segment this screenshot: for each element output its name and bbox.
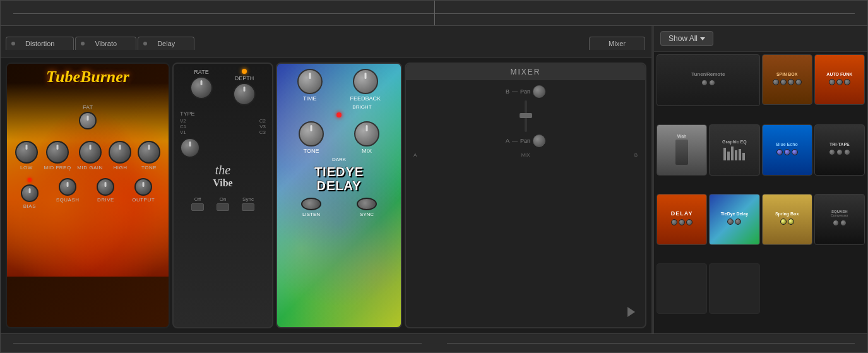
rate-label: RATE: [194, 69, 208, 75]
browser-item-spinbox[interactable]: SPIN BOX: [762, 54, 812, 105]
depth-label: DEPTH: [235, 75, 254, 81]
browser-item-tiedye2[interactable]: TieDye Delay: [709, 194, 759, 244]
browser-item-autopan[interactable]: AUTO FUNK: [814, 54, 865, 105]
depth-knob[interactable]: [233, 83, 256, 105]
play-button[interactable]: [627, 307, 635, 317]
tab-distortion[interactable]: Distortion: [6, 37, 74, 50]
sync-footswitch[interactable]: [357, 198, 377, 210]
type-label: TYPE: [180, 111, 266, 117]
high-knob[interactable]: [109, 141, 131, 164]
bias-knob[interactable]: [21, 184, 39, 202]
tiedye-title-text2: DELAY: [277, 179, 401, 193]
tab-delay[interactable]: Delay: [138, 37, 194, 50]
pan-label-b: Pan: [520, 88, 530, 95]
tone-knob[interactable]: [138, 141, 160, 164]
fat-knob[interactable]: [79, 112, 97, 129]
main-area: Distortion Vibrato Delay Mixer TubeBurne…: [0, 25, 868, 334]
fat-label: FAT: [83, 104, 93, 111]
browser-panel: Show All Tuner/Remote SPIN BOX: [653, 26, 867, 333]
tab-vibrato[interactable]: Vibrato: [75, 37, 136, 50]
fader-handle-b[interactable]: [520, 113, 532, 118]
on-label: On: [220, 196, 227, 202]
tone-delay-label: TONE: [304, 148, 319, 154]
browser-item-squash[interactable]: SQUASH Compressor: [814, 194, 865, 244]
pan-knob-a[interactable]: [533, 135, 545, 147]
time-knob[interactable]: [297, 69, 323, 94]
mid-gain-label: MID GAIN: [77, 165, 102, 171]
pan-knob-b[interactable]: [533, 85, 545, 98]
type-knob[interactable]: [180, 138, 200, 158]
mix-a-label: A: [413, 152, 417, 158]
squash-knob[interactable]: [59, 178, 76, 196]
browser-item-blank1: [657, 263, 707, 314]
low-label: LOW: [20, 165, 33, 171]
vibe-vibe-text: Vibe: [174, 177, 272, 189]
mid-freq-knob[interactable]: [46, 141, 69, 164]
pedalboard: Distortion Vibrato Delay Mixer TubeBurne…: [1, 26, 653, 333]
browser-item-graphiceq[interactable]: Graphic EQ: [709, 124, 759, 175]
tab-mixer[interactable]: Mixer: [589, 37, 645, 50]
time-label: TIME: [303, 95, 317, 102]
mid-freq-label: MID FREQ: [44, 165, 71, 171]
vibe-the-text: the: [174, 163, 272, 177]
tone-delay-knob[interactable]: [299, 121, 324, 147]
browser-item-blueecho[interactable]: Blue Echo: [762, 124, 812, 175]
bias-label: BIAS: [23, 203, 36, 209]
browser-item-wah[interactable]: Wah: [657, 124, 707, 175]
sync-label-vibe: Sync: [242, 196, 254, 202]
high-label: HIGH: [113, 165, 127, 171]
channel-b-label: B: [506, 88, 509, 95]
rate-knob[interactable]: [190, 76, 213, 99]
output-knob[interactable]: [134, 178, 152, 196]
low-knob[interactable]: [15, 141, 38, 164]
tiedye-delay-pedal: TIME FEEDBACK BRIGHT: [276, 63, 402, 328]
off-label: Off: [194, 196, 201, 202]
mix-b-label: B: [634, 152, 638, 158]
pan-label-a: Pan: [520, 138, 530, 144]
mix-label-delay: MIX: [362, 148, 372, 154]
vibe-pedal: RATE DEPTH TYPE V2C2 C1V3: [172, 63, 273, 328]
browser-item-delay[interactable]: DELAY: [657, 194, 707, 244]
browser-header: Show All: [654, 26, 867, 52]
pedalboard-tabs: Distortion Vibrato Delay Mixer: [1, 26, 651, 57]
off-switch[interactable]: [191, 203, 204, 211]
squash-label: SQUASH: [56, 197, 80, 203]
browser-item-tuner[interactable]: Tuner/Remote: [657, 54, 760, 106]
top-bar: [0, 0, 868, 25]
mixer-title: MIXER: [406, 64, 645, 80]
mixer-pedal: MIXER B — Pan: [405, 63, 646, 328]
output-label: OUTPUT: [132, 197, 155, 203]
browser-item-blank2: [709, 263, 759, 314]
channel-a-label: A: [506, 138, 509, 144]
pedals-row: TubeBurner FAT LOW MID FREQ: [1, 57, 651, 333]
browser-item-tritape[interactable]: TRI-TAPE: [814, 124, 865, 175]
sync-switch[interactable]: [242, 203, 254, 211]
tube-burner-pedal: TubeBurner FAT LOW MID FREQ: [6, 63, 170, 328]
tiedye-title-text: TIEDYE: [277, 165, 401, 179]
tube-burner-title-text: TubeBurner: [7, 69, 169, 85]
show-all-button[interactable]: Show All: [660, 31, 713, 46]
tube-burner-title: TubeBurner: [7, 64, 169, 85]
bright-label: BRIGHT: [352, 104, 371, 110]
mid-gain-knob[interactable]: [79, 141, 102, 164]
on-switch[interactable]: [217, 203, 229, 211]
mix-knob[interactable]: [354, 121, 379, 147]
feedback-label: FEEDBACK: [350, 95, 381, 102]
browser-item-springbox[interactable]: Spring Box: [762, 194, 812, 244]
sync-label-delay: SYNC: [360, 212, 374, 217]
browser-grid: Tuner/Remote SPIN BOX: [654, 52, 867, 333]
drive-label: DRIVE: [97, 197, 114, 203]
tone-label: TONE: [141, 165, 157, 171]
listen-footswitch[interactable]: [301, 198, 321, 210]
bottom-bar: [0, 334, 868, 353]
feedback-knob[interactable]: [353, 69, 378, 94]
drive-knob[interactable]: [97, 178, 114, 196]
dropdown-arrow-icon: [700, 37, 705, 40]
mix-center-label: MIX: [521, 152, 530, 158]
listen-label: LISTEN: [302, 212, 320, 217]
